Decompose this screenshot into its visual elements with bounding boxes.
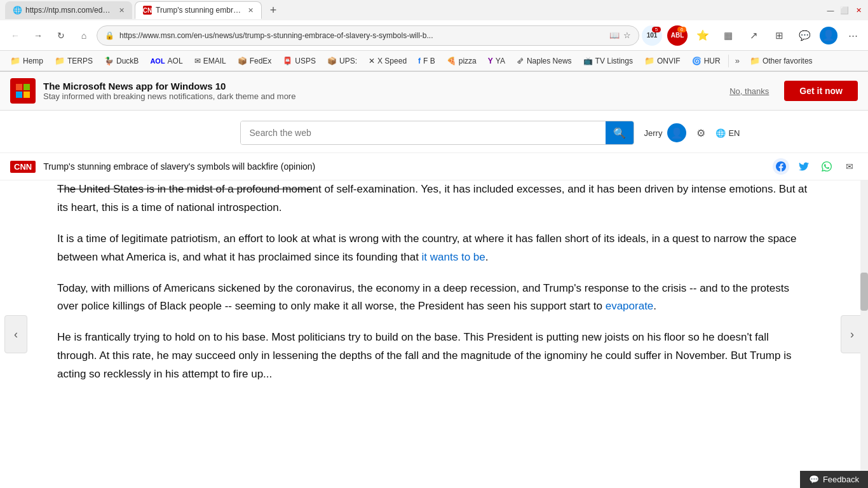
tab-2-close[interactable]: ✕ bbox=[248, 6, 254, 15]
settings-button[interactable]: ⋯ bbox=[843, 25, 863, 46]
search-input[interactable] bbox=[241, 121, 606, 144]
bookmarks-separator bbox=[728, 55, 729, 67]
bookmark-hemp[interactable]: 📁 Hemp bbox=[5, 55, 48, 67]
read-view-icon[interactable]: 📖 bbox=[609, 30, 620, 40]
tab-2-favicon: CN bbox=[143, 6, 152, 15]
article-paragraph-1: The United States is in the midst of a p… bbox=[57, 180, 811, 217]
evaporate-link[interactable]: evaporate bbox=[606, 300, 654, 312]
search-user-avatar[interactable]: 👤 bbox=[667, 123, 686, 142]
feedback-button[interactable]: 💬 Feedback bbox=[800, 471, 868, 488]
collections-button[interactable]: ▦ bbox=[718, 25, 738, 46]
tab-1-close[interactable]: ✕ bbox=[119, 6, 125, 15]
ups-icon: 📦 bbox=[327, 57, 337, 65]
bookmark-terps[interactable]: 📁 TERPS bbox=[50, 55, 98, 67]
svg-rect-1 bbox=[24, 84, 30, 90]
get-it-now-button[interactable]: Get it now bbox=[784, 81, 858, 101]
strikethrough-text: The United States is in the midst of a p… bbox=[57, 183, 313, 195]
article-paragraph-4: He is frantically trying to hold on to h… bbox=[57, 329, 811, 384]
bookmark-xspeed[interactable]: ✕ X Speed bbox=[363, 55, 412, 67]
bookmark-duck[interactable]: 🦆 DuckB bbox=[99, 55, 144, 67]
bookmark-ups[interactable]: 📦 UPS: bbox=[322, 55, 362, 67]
notification-banner: The Microsoft News app for Windows 10 St… bbox=[0, 72, 868, 111]
bookmark-pizza-label: pizza bbox=[459, 57, 477, 65]
naples-icon: 🗞 bbox=[517, 57, 524, 65]
lock-icon: 🔒 bbox=[105, 31, 114, 40]
search-area: 🔍 Jerry 👤 ⚙ 🌐 EN bbox=[0, 111, 868, 153]
pizza-icon: 🍕 bbox=[447, 57, 456, 65]
bookmark-ya[interactable]: Y YA bbox=[483, 55, 510, 67]
other-folder-icon: 📁 bbox=[750, 56, 760, 65]
bookmark-email[interactable]: ✉ EMAIL bbox=[189, 55, 231, 67]
address-bar-icons: 📖 ☆ bbox=[609, 30, 631, 40]
bookmark-fedex[interactable]: 📦 FedEx bbox=[233, 55, 277, 67]
scrollbar-thumb[interactable] bbox=[860, 273, 868, 311]
no-thanks-link[interactable]: No, thanks bbox=[729, 86, 769, 96]
bookmark-other[interactable]: 📁 Other favorites bbox=[745, 55, 818, 67]
fedex-icon: 📦 bbox=[238, 57, 247, 65]
bookmark-usps[interactable]: 📮 USPS bbox=[278, 55, 321, 67]
user-profile[interactable]: 👤 bbox=[820, 27, 837, 44]
banner-text: The Microsoft News app for Windows 10 St… bbox=[43, 81, 722, 101]
bookmark-fb[interactable]: f F B bbox=[413, 55, 440, 67]
prev-article-nav: ‹ bbox=[0, 180, 32, 488]
banner-title: The Microsoft News app for Windows 10 bbox=[43, 81, 722, 92]
bookmark-aol[interactable]: AOL AOL bbox=[145, 55, 187, 67]
bookmark-hur-label: HUR bbox=[704, 57, 721, 65]
tab-2[interactable]: CN Trump's stunning embrace of sla... ✕ bbox=[135, 1, 262, 19]
bookmark-email-label: EMAIL bbox=[203, 57, 226, 65]
bookmark-usps-label: USPS bbox=[295, 57, 316, 65]
bookmark-hemp-label: Hemp bbox=[23, 57, 43, 65]
favorites-button[interactable]: ⭐ bbox=[693, 25, 713, 46]
bookmark-onvif[interactable]: 📁 ONVIF bbox=[639, 55, 686, 67]
refresh-button[interactable]: ↻ bbox=[51, 25, 71, 46]
email-share-button[interactable]: ✉ bbox=[841, 158, 858, 175]
twitter-share-button[interactable] bbox=[796, 158, 812, 175]
tab-1-favicon: 🌐 bbox=[13, 6, 22, 15]
language-selector[interactable]: 🌐 EN bbox=[715, 128, 740, 138]
msn-icon bbox=[10, 78, 36, 104]
back-button[interactable]: ← bbox=[5, 25, 25, 46]
extension-btn-1[interactable]: 101 5 bbox=[642, 25, 662, 46]
favorites-icon[interactable]: ☆ bbox=[623, 30, 631, 40]
maximize-button[interactable]: ⬜ bbox=[840, 6, 849, 15]
minimize-button[interactable]: — bbox=[826, 6, 835, 15]
search-settings-icon[interactable]: ⚙ bbox=[691, 123, 710, 142]
tab-1-title: https://ntp.msn.com/edge/ntp?locale=... bbox=[25, 6, 114, 15]
nav-right-icons: 101 5 ABL 6 ⭐ ▦ ↗ ⊞ 💬 👤 ⋯ bbox=[642, 25, 863, 46]
close-button[interactable]: ✕ bbox=[854, 6, 863, 15]
forward-button[interactable]: → bbox=[28, 25, 48, 46]
extension-badge-2: 6 bbox=[677, 27, 686, 32]
share-button[interactable]: ↗ bbox=[743, 25, 764, 46]
prev-article-button[interactable]: ‹ bbox=[4, 315, 27, 353]
bookmark-pizza[interactable]: 🍕 pizza bbox=[442, 55, 482, 67]
globe-icon: 🌐 bbox=[715, 128, 726, 138]
bookmark-tv[interactable]: 📺 TV Listings bbox=[578, 55, 638, 67]
hur-icon: 🌀 bbox=[692, 57, 702, 65]
bookmark-naples-label: Naples News bbox=[527, 57, 572, 65]
scrollbar-track bbox=[860, 180, 868, 488]
it-wants-to-be-link[interactable]: it wants to be bbox=[422, 251, 485, 263]
whatsapp-share-button[interactable] bbox=[818, 158, 835, 175]
address-bar[interactable]: 🔒 https://www.msn.com/en-us/news/us/trum… bbox=[97, 25, 639, 46]
more-bookmarks[interactable]: » bbox=[731, 55, 743, 67]
home-button[interactable]: ⌂ bbox=[74, 25, 94, 46]
usps-icon: 📮 bbox=[283, 57, 292, 65]
tab-2-title: Trump's stunning embrace of sla... bbox=[156, 6, 243, 15]
banner-subtitle: Stay informed with breaking news notific… bbox=[43, 92, 722, 101]
nav-bar: ← → ↻ ⌂ 🔒 https://www.msn.com/en-us/news… bbox=[0, 20, 868, 51]
article-paragraph-2: It is a time of legitimate patriotism, a… bbox=[57, 230, 811, 267]
extension-btn-2[interactable]: ABL 6 bbox=[667, 25, 688, 46]
feedback-nav-button[interactable]: 💬 bbox=[794, 25, 815, 46]
folder-icon: 📁 bbox=[55, 56, 65, 65]
window-controls: — ⬜ ✕ bbox=[826, 6, 863, 15]
search-button[interactable]: 🔍 bbox=[606, 121, 634, 145]
facebook-share-button[interactable] bbox=[773, 158, 789, 175]
para3-text: Today, with millions of Americans sicken… bbox=[57, 282, 789, 313]
bookmark-naples[interactable]: 🗞 Naples News bbox=[512, 55, 577, 67]
cnn-logo: CNN bbox=[10, 161, 36, 173]
sidebar-button[interactable]: ⊞ bbox=[769, 25, 789, 46]
bookmark-terps-label: TERPS bbox=[67, 57, 93, 65]
tab-1[interactable]: 🌐 https://ntp.msn.com/edge/ntp?locale=..… bbox=[5, 1, 132, 19]
bookmark-hur[interactable]: 🌀 HUR bbox=[687, 55, 726, 67]
new-tab-button[interactable]: + bbox=[264, 1, 282, 19]
